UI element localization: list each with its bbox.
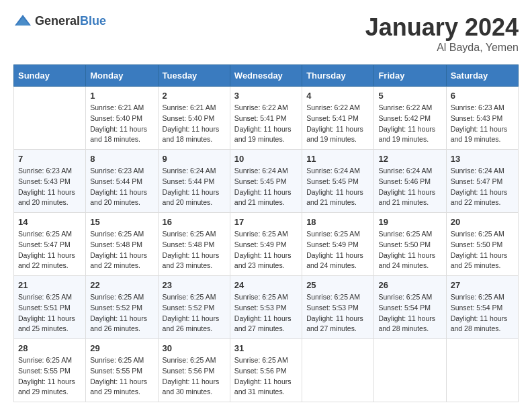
day-number: 5 <box>378 91 441 101</box>
day-info: Sunrise: 6:25 AMSunset: 5:53 PMDaylight:… <box>234 292 298 334</box>
day-info: Sunrise: 6:25 AMSunset: 5:56 PMDaylight:… <box>163 355 226 398</box>
calendar-cell: 11Sunrise: 6:24 AMSunset: 5:45 PMDayligh… <box>302 150 374 213</box>
calendar-cell: 12Sunrise: 6:24 AMSunset: 5:46 PMDayligh… <box>374 150 446 213</box>
day-number: 20 <box>451 217 514 227</box>
day-number: 23 <box>163 280 226 290</box>
day-info: Sunrise: 6:22 AMSunset: 5:42 PMDaylight:… <box>378 103 441 145</box>
day-number: 2 <box>163 91 226 101</box>
calendar-cell: 2Sunrise: 6:21 AMSunset: 5:40 PMDaylight… <box>158 87 230 150</box>
calendar-cell: 1Sunrise: 6:21 AMSunset: 5:40 PMDaylight… <box>86 87 158 150</box>
day-info: Sunrise: 6:24 AMSunset: 5:47 PMDaylight:… <box>451 166 514 208</box>
calendar-cell: 3Sunrise: 6:22 AMSunset: 5:41 PMDaylight… <box>230 87 302 150</box>
day-number: 6 <box>451 91 514 101</box>
day-number: 15 <box>90 217 153 227</box>
day-number: 26 <box>378 280 441 290</box>
day-info: Sunrise: 6:24 AMSunset: 5:46 PMDaylight:… <box>378 166 441 208</box>
calendar-cell <box>446 339 518 402</box>
column-header-sunday: Sunday <box>14 65 86 87</box>
calendar-cell: 8Sunrise: 6:23 AMSunset: 5:44 PMDaylight… <box>86 150 158 213</box>
calendar-cell: 7Sunrise: 6:23 AMSunset: 5:43 PMDaylight… <box>14 150 86 213</box>
day-number: 19 <box>378 217 441 227</box>
calendar-cell: 25Sunrise: 6:25 AMSunset: 5:53 PMDayligh… <box>302 276 374 339</box>
day-number: 1 <box>90 91 153 101</box>
calendar-week-row: 28Sunrise: 6:25 AMSunset: 5:55 PMDayligh… <box>14 339 519 402</box>
day-number: 30 <box>163 343 226 353</box>
day-info: Sunrise: 6:25 AMSunset: 5:54 PMDaylight:… <box>378 292 441 334</box>
day-info: Sunrise: 6:25 AMSunset: 5:52 PMDaylight:… <box>163 292 226 334</box>
day-info: Sunrise: 6:21 AMSunset: 5:40 PMDaylight:… <box>163 103 226 145</box>
day-number: 14 <box>18 217 81 227</box>
day-info: Sunrise: 6:23 AMSunset: 5:44 PMDaylight:… <box>90 166 153 208</box>
day-info: Sunrise: 6:25 AMSunset: 5:53 PMDaylight:… <box>306 292 369 334</box>
calendar-cell: 9Sunrise: 6:24 AMSunset: 5:44 PMDaylight… <box>158 150 230 213</box>
day-number: 3 <box>234 91 298 101</box>
day-number: 17 <box>234 217 298 227</box>
calendar-cell: 27Sunrise: 6:25 AMSunset: 5:54 PMDayligh… <box>446 276 518 339</box>
column-header-monday: Monday <box>86 65 158 87</box>
day-number: 22 <box>90 280 153 290</box>
day-number: 13 <box>451 154 514 164</box>
column-header-thursday: Thursday <box>302 65 374 87</box>
month-year-title: January 2024 <box>365 13 519 42</box>
day-number: 18 <box>306 217 369 227</box>
calendar-cell: 28Sunrise: 6:25 AMSunset: 5:55 PMDayligh… <box>14 339 86 402</box>
day-info: Sunrise: 6:25 AMSunset: 5:50 PMDaylight:… <box>378 229 441 271</box>
day-number: 7 <box>18 154 81 164</box>
calendar-cell: 16Sunrise: 6:25 AMSunset: 5:48 PMDayligh… <box>158 213 230 276</box>
location-subtitle: Al Bayda, Yemen <box>365 42 519 54</box>
column-header-friday: Friday <box>374 65 446 87</box>
day-info: Sunrise: 6:25 AMSunset: 5:49 PMDaylight:… <box>306 229 369 271</box>
calendar-cell <box>374 339 446 402</box>
calendar-cell: 30Sunrise: 6:25 AMSunset: 5:56 PMDayligh… <box>158 339 230 402</box>
calendar-cell: 13Sunrise: 6:24 AMSunset: 5:47 PMDayligh… <box>446 150 518 213</box>
calendar-cell: 14Sunrise: 6:25 AMSunset: 5:47 PMDayligh… <box>14 213 86 276</box>
logo-icon <box>13 13 32 28</box>
calendar-cell: 23Sunrise: 6:25 AMSunset: 5:52 PMDayligh… <box>158 276 230 339</box>
day-info: Sunrise: 6:25 AMSunset: 5:47 PMDaylight:… <box>18 229 81 271</box>
calendar-cell: 31Sunrise: 6:25 AMSunset: 5:56 PMDayligh… <box>230 339 302 402</box>
calendar-cell <box>302 339 374 402</box>
calendar-cell: 19Sunrise: 6:25 AMSunset: 5:50 PMDayligh… <box>374 213 446 276</box>
calendar-table: SundayMondayTuesdayWednesdayThursdayFrid… <box>13 64 519 402</box>
calendar-cell: 17Sunrise: 6:25 AMSunset: 5:49 PMDayligh… <box>230 213 302 276</box>
day-info: Sunrise: 6:24 AMSunset: 5:45 PMDaylight:… <box>306 166 369 208</box>
day-number: 27 <box>451 280 514 290</box>
calendar-cell <box>14 87 86 150</box>
calendar-cell: 21Sunrise: 6:25 AMSunset: 5:51 PMDayligh… <box>14 276 86 339</box>
day-info: Sunrise: 6:25 AMSunset: 5:55 PMDaylight:… <box>90 355 153 398</box>
day-number: 21 <box>18 280 81 290</box>
day-info: Sunrise: 6:21 AMSunset: 5:40 PMDaylight:… <box>90 103 153 145</box>
calendar-cell: 5Sunrise: 6:22 AMSunset: 5:42 PMDaylight… <box>374 87 446 150</box>
day-info: Sunrise: 6:24 AMSunset: 5:44 PMDaylight:… <box>163 166 226 208</box>
calendar-cell: 26Sunrise: 6:25 AMSunset: 5:54 PMDayligh… <box>374 276 446 339</box>
header: GeneralBlue January 2024 Al Bayda, Yemen <box>13 13 519 54</box>
column-header-saturday: Saturday <box>446 65 518 87</box>
logo-text-blue: Blue <box>80 14 106 28</box>
calendar-week-row: 21Sunrise: 6:25 AMSunset: 5:51 PMDayligh… <box>14 276 519 339</box>
calendar-cell: 29Sunrise: 6:25 AMSunset: 5:55 PMDayligh… <box>86 339 158 402</box>
day-info: Sunrise: 6:25 AMSunset: 5:54 PMDaylight:… <box>451 292 514 334</box>
day-info: Sunrise: 6:25 AMSunset: 5:56 PMDaylight:… <box>234 355 298 398</box>
calendar-week-row: 1Sunrise: 6:21 AMSunset: 5:40 PMDaylight… <box>14 87 519 150</box>
column-header-tuesday: Tuesday <box>158 65 230 87</box>
calendar-cell: 20Sunrise: 6:25 AMSunset: 5:50 PMDayligh… <box>446 213 518 276</box>
day-number: 8 <box>90 154 153 164</box>
calendar-week-row: 7Sunrise: 6:23 AMSunset: 5:43 PMDaylight… <box>14 150 519 213</box>
logo-text-general: General <box>35 14 80 28</box>
day-info: Sunrise: 6:25 AMSunset: 5:50 PMDaylight:… <box>451 229 514 271</box>
day-number: 10 <box>234 154 298 164</box>
day-info: Sunrise: 6:23 AMSunset: 5:43 PMDaylight:… <box>18 166 81 208</box>
day-info: Sunrise: 6:25 AMSunset: 5:51 PMDaylight:… <box>18 292 81 334</box>
day-number: 4 <box>306 91 369 101</box>
day-number: 31 <box>234 343 298 353</box>
day-number: 9 <box>163 154 226 164</box>
day-number: 11 <box>306 154 369 164</box>
day-info: Sunrise: 6:22 AMSunset: 5:41 PMDaylight:… <box>234 103 298 145</box>
column-header-wednesday: Wednesday <box>230 65 302 87</box>
calendar-header-row: SundayMondayTuesdayWednesdayThursdayFrid… <box>14 65 519 87</box>
day-number: 29 <box>90 343 153 353</box>
calendar-cell: 10Sunrise: 6:24 AMSunset: 5:45 PMDayligh… <box>230 150 302 213</box>
title-section: January 2024 Al Bayda, Yemen <box>365 13 519 54</box>
day-info: Sunrise: 6:23 AMSunset: 5:43 PMDaylight:… <box>451 103 514 145</box>
day-info: Sunrise: 6:25 AMSunset: 5:55 PMDaylight:… <box>18 355 81 398</box>
